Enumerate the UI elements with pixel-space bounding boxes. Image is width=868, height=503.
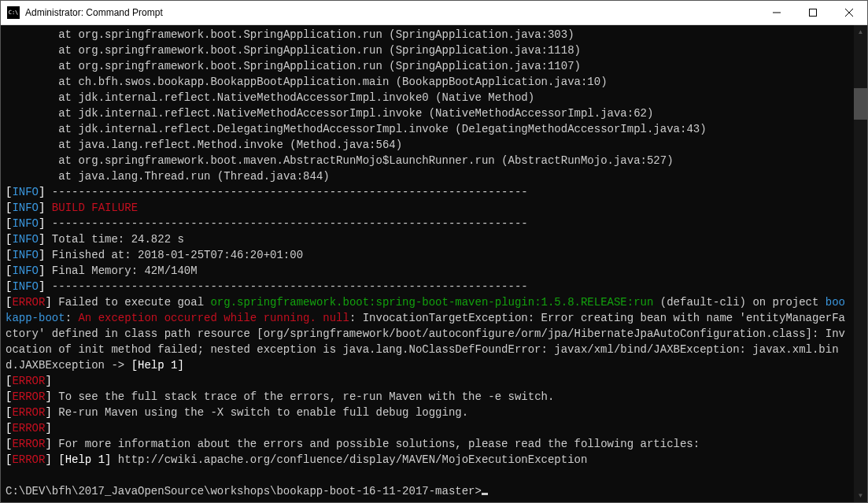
maximize-button[interactable] <box>795 1 831 25</box>
minimize-icon <box>773 9 781 17</box>
maximize-icon <box>809 9 817 17</box>
console-output[interactable]: at org.springframework.boot.SpringApplic… <box>1 25 854 502</box>
window-title: Administrator: Command Prompt <box>25 7 759 18</box>
scroll-up-button[interactable]: ▲ <box>854 25 867 39</box>
console-area: at org.springframework.boot.SpringApplic… <box>1 25 867 502</box>
svg-rect-0 <box>810 9 817 17</box>
close-button[interactable] <box>831 1 867 25</box>
titlebar[interactable]: Administrator: Command Prompt <box>1 1 867 25</box>
close-icon <box>845 9 853 17</box>
minimize-button[interactable] <box>759 1 795 25</box>
vertical-scrollbar[interactable]: ▲ ▼ <box>854 25 867 502</box>
app-icon <box>7 6 20 19</box>
cursor <box>482 493 488 495</box>
scroll-thumb[interactable] <box>854 88 867 120</box>
scroll-down-button[interactable]: ▼ <box>854 489 867 502</box>
